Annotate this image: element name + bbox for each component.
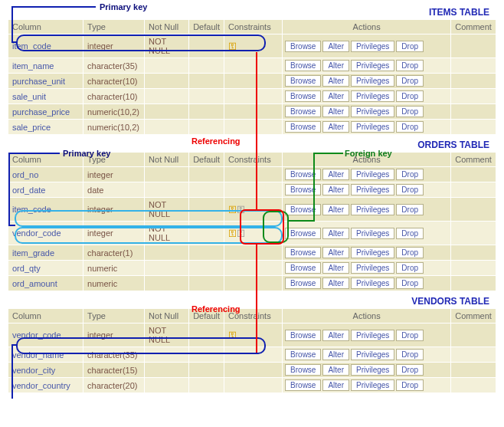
- drop-button[interactable]: Drop: [396, 121, 424, 133]
- drop-button[interactable]: Drop: [396, 106, 424, 117]
- privileges-button[interactable]: Privileges: [351, 184, 394, 195]
- drop-button[interactable]: Drop: [396, 184, 424, 195]
- browse-button[interactable]: Browse: [285, 349, 321, 360]
- header-comment: Comment: [451, 309, 496, 324]
- column-notnull: [145, 58, 189, 74]
- alter-button[interactable]: Alter: [322, 184, 349, 195]
- privileges-button[interactable]: Privileges: [351, 278, 394, 289]
- drop-button[interactable]: Drop: [396, 330, 424, 341]
- drop-button[interactable]: Drop: [396, 41, 424, 52]
- column-actions: BrowseAlterPrivilegesDrop: [283, 198, 451, 222]
- foreign-key-icon: ⚿: [237, 205, 245, 214]
- items-table-title: ITEMS TABLE: [4, 4, 500, 19]
- column-comment: [451, 58, 496, 74]
- column-notnull: [145, 245, 189, 261]
- drop-button[interactable]: Drop: [396, 247, 424, 258]
- alter-button[interactable]: Alter: [322, 330, 349, 341]
- column-name: purchase_price: [8, 104, 83, 120]
- drop-button[interactable]: Drop: [396, 75, 424, 87]
- privileges-button[interactable]: Privileges: [351, 121, 394, 133]
- drop-button[interactable]: Drop: [396, 90, 424, 102]
- browse-button[interactable]: Browse: [285, 228, 321, 239]
- alter-button[interactable]: Alter: [322, 262, 349, 274]
- browse-button[interactable]: Browse: [285, 41, 321, 52]
- column-actions: BrowseAlterPrivilegesDrop: [283, 363, 451, 378]
- orders-table: Column Type Not Null Default Constraints…: [8, 152, 496, 291]
- header-comment: Comment: [451, 153, 496, 167]
- drop-button[interactable]: Drop: [396, 169, 424, 180]
- alter-button[interactable]: Alter: [322, 247, 349, 258]
- column-name: item_name: [8, 58, 83, 74]
- drop-button[interactable]: Drop: [396, 60, 424, 71]
- alter-button[interactable]: Alter: [322, 121, 349, 133]
- column-comment: [451, 34, 496, 58]
- alter-button[interactable]: Alter: [322, 228, 349, 239]
- privileges-button[interactable]: Privileges: [351, 75, 394, 87]
- table-row: sale_unitcharacter(10)BrowseAlterPrivile…: [8, 89, 496, 104]
- browse-button[interactable]: Browse: [285, 278, 321, 289]
- table-row: ord_nointegerBrowseAlterPrivilegesDrop: [8, 167, 496, 182]
- browse-button[interactable]: Browse: [285, 379, 321, 391]
- browse-button[interactable]: Browse: [285, 169, 321, 180]
- privileges-button[interactable]: Privileges: [351, 364, 394, 376]
- browse-button[interactable]: Browse: [285, 330, 321, 341]
- browse-button[interactable]: Browse: [285, 60, 321, 71]
- alter-button[interactable]: Alter: [322, 41, 349, 52]
- column-type: character(10): [83, 74, 145, 89]
- table-row: vendor_namecharacter(35)BrowseAlterPrivi…: [8, 347, 496, 363]
- column-name: ord_qty: [8, 261, 83, 276]
- privileges-button[interactable]: Privileges: [351, 247, 394, 258]
- privileges-button[interactable]: Privileges: [351, 349, 394, 360]
- drop-button[interactable]: Drop: [396, 228, 424, 239]
- header-type: Type: [83, 309, 145, 324]
- browse-button[interactable]: Browse: [285, 262, 321, 274]
- browse-button[interactable]: Browse: [285, 121, 321, 133]
- drop-button[interactable]: Drop: [396, 364, 424, 376]
- column-notnull: NOT NULL: [145, 324, 189, 347]
- drop-button[interactable]: Drop: [396, 204, 424, 215]
- privileges-button[interactable]: Privileges: [351, 379, 394, 391]
- alter-button[interactable]: Alter: [322, 278, 349, 289]
- browse-button[interactable]: Browse: [285, 204, 321, 215]
- column-notnull: [145, 74, 189, 89]
- privileges-button[interactable]: Privileges: [351, 60, 394, 71]
- browse-button[interactable]: Browse: [285, 364, 321, 376]
- alter-button[interactable]: Alter: [322, 204, 349, 215]
- privileges-button[interactable]: Privileges: [351, 90, 394, 102]
- privileges-button[interactable]: Privileges: [351, 106, 394, 117]
- drop-button[interactable]: Drop: [396, 349, 424, 360]
- drop-button[interactable]: Drop: [396, 278, 424, 289]
- browse-button[interactable]: Browse: [285, 184, 321, 195]
- browse-button[interactable]: Browse: [285, 75, 321, 87]
- alter-button[interactable]: Alter: [322, 106, 349, 117]
- browse-button[interactable]: Browse: [285, 90, 321, 102]
- alter-button[interactable]: Alter: [322, 60, 349, 71]
- privileges-button[interactable]: Privileges: [351, 262, 394, 274]
- alter-button[interactable]: Alter: [322, 364, 349, 376]
- privileges-button[interactable]: Privileges: [351, 204, 394, 215]
- column-type: numeric(10,2): [83, 104, 145, 120]
- table-row: vendor_codeintegerNOT NULL⚿BrowseAlterPr…: [8, 324, 496, 347]
- privileges-button[interactable]: Privileges: [351, 169, 394, 180]
- alter-button[interactable]: Alter: [322, 169, 349, 180]
- privileges-button[interactable]: Privileges: [351, 228, 394, 239]
- alter-button[interactable]: Alter: [322, 349, 349, 360]
- column-type: character(20): [83, 378, 145, 393]
- column-actions: BrowseAlterPrivilegesDrop: [283, 182, 451, 198]
- privileges-button[interactable]: Privileges: [351, 330, 394, 341]
- drop-button[interactable]: Drop: [396, 379, 424, 391]
- column-actions: BrowseAlterPrivilegesDrop: [283, 245, 451, 261]
- column-type: character(15): [83, 363, 145, 378]
- alter-button[interactable]: Alter: [322, 75, 349, 87]
- privileges-button[interactable]: Privileges: [351, 41, 394, 52]
- column-default: [189, 198, 224, 222]
- column-notnull: [145, 261, 189, 276]
- browse-button[interactable]: Browse: [285, 247, 321, 258]
- alter-button[interactable]: Alter: [322, 379, 349, 391]
- column-notnull: [145, 167, 189, 182]
- header-comment: Comment: [451, 20, 496, 34]
- alter-button[interactable]: Alter: [322, 90, 349, 102]
- column-default: [189, 378, 224, 393]
- drop-button[interactable]: Drop: [396, 262, 424, 274]
- browse-button[interactable]: Browse: [285, 106, 321, 117]
